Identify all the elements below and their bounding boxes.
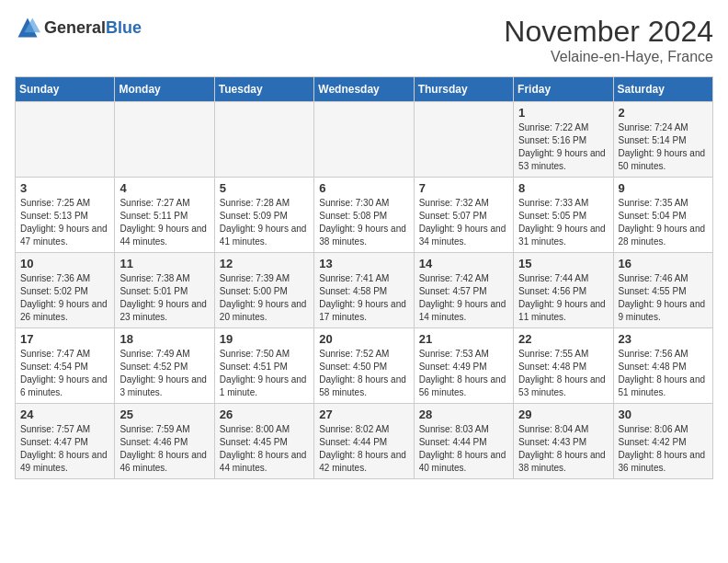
calendar-cell: 23Sunrise: 7:56 AM Sunset: 4:48 PM Dayli… (613, 328, 712, 404)
calendar-cell: 1Sunrise: 7:22 AM Sunset: 5:16 PM Daylig… (514, 102, 613, 178)
day-number: 6 (319, 181, 408, 195)
day-detail: Sunrise: 7:59 AM Sunset: 4:46 PM Dayligh… (119, 423, 209, 475)
day-number: 20 (319, 332, 408, 346)
day-detail: Sunrise: 7:38 AM Sunset: 5:01 PM Dayligh… (119, 272, 209, 324)
weekday-header: Sunday (16, 77, 115, 102)
day-detail: Sunrise: 8:04 AM Sunset: 4:43 PM Dayligh… (518, 423, 608, 475)
day-number: 5 (220, 181, 309, 195)
calendar-table: SundayMondayTuesdayWednesdayThursdayFrid… (15, 76, 713, 479)
day-number: 1 (518, 106, 608, 120)
calendar-cell: 13Sunrise: 7:41 AM Sunset: 4:58 PM Dayli… (314, 253, 414, 328)
calendar-cell: 15Sunrise: 7:44 AM Sunset: 4:56 PM Dayli… (514, 253, 613, 328)
day-number: 26 (220, 408, 309, 421)
calendar-cell: 26Sunrise: 8:00 AM Sunset: 4:45 PM Dayli… (214, 404, 313, 479)
logo-text-blue: Blue (106, 18, 142, 37)
calendar-cell: 16Sunrise: 7:46 AM Sunset: 4:55 PM Dayli… (613, 253, 712, 328)
calendar-cell: 22Sunrise: 7:55 AM Sunset: 4:48 PM Dayli… (514, 328, 613, 404)
day-detail: Sunrise: 7:50 AM Sunset: 4:51 PM Dayligh… (220, 348, 309, 399)
day-number: 28 (419, 408, 508, 421)
day-number: 30 (619, 408, 708, 421)
calendar-cell: 3Sunrise: 7:25 AM Sunset: 5:13 PM Daylig… (16, 178, 115, 253)
day-detail: Sunrise: 7:22 AM Sunset: 5:16 PM Dayligh… (518, 121, 608, 173)
logo-text-general: General (44, 18, 106, 37)
calendar-cell: 6Sunrise: 7:30 AM Sunset: 5:08 PM Daylig… (314, 178, 414, 253)
calendar-cell: 10Sunrise: 7:36 AM Sunset: 5:02 PM Dayli… (16, 253, 115, 328)
day-detail: Sunrise: 8:03 AM Sunset: 4:44 PM Dayligh… (419, 423, 508, 475)
day-number: 17 (20, 332, 109, 346)
day-detail: Sunrise: 7:30 AM Sunset: 5:08 PM Dayligh… (319, 197, 408, 248)
calendar-cell: 21Sunrise: 7:53 AM Sunset: 4:49 PM Dayli… (414, 328, 513, 404)
calendar-cell: 28Sunrise: 8:03 AM Sunset: 4:44 PM Dayli… (414, 404, 513, 479)
day-number: 22 (518, 332, 608, 346)
day-number: 15 (518, 257, 608, 270)
day-number: 25 (119, 408, 209, 421)
day-detail: Sunrise: 7:47 AM Sunset: 4:54 PM Dayligh… (20, 348, 109, 399)
calendar-cell: 27Sunrise: 8:02 AM Sunset: 4:44 PM Dayli… (314, 404, 414, 479)
calendar-cell: 24Sunrise: 7:57 AM Sunset: 4:47 PM Dayli… (16, 404, 115, 479)
logo-icon (15, 15, 40, 40)
day-detail: Sunrise: 7:35 AM Sunset: 5:04 PM Dayligh… (619, 197, 708, 248)
day-number: 2 (619, 106, 708, 120)
day-detail: Sunrise: 7:52 AM Sunset: 4:50 PM Dayligh… (319, 348, 408, 399)
calendar-cell: 25Sunrise: 7:59 AM Sunset: 4:46 PM Dayli… (115, 404, 214, 479)
calendar-cell: 30Sunrise: 8:06 AM Sunset: 4:42 PM Dayli… (613, 404, 712, 479)
calendar-cell: 8Sunrise: 7:33 AM Sunset: 5:05 PM Daylig… (514, 178, 613, 253)
day-number: 8 (518, 181, 608, 195)
month-title: November 2024 (504, 15, 713, 49)
calendar-cell: 11Sunrise: 7:38 AM Sunset: 5:01 PM Dayli… (115, 253, 214, 328)
day-number: 13 (319, 257, 408, 270)
calendar-cell (214, 102, 313, 178)
weekday-header: Saturday (613, 77, 712, 102)
day-detail: Sunrise: 7:36 AM Sunset: 5:02 PM Dayligh… (20, 272, 109, 324)
day-number: 7 (419, 181, 508, 195)
day-detail: Sunrise: 7:49 AM Sunset: 4:52 PM Dayligh… (119, 348, 209, 399)
calendar-cell (115, 102, 214, 178)
day-detail: Sunrise: 7:57 AM Sunset: 4:47 PM Dayligh… (20, 423, 109, 475)
day-number: 14 (419, 257, 508, 270)
day-detail: Sunrise: 7:32 AM Sunset: 5:07 PM Dayligh… (419, 197, 508, 248)
day-detail: Sunrise: 7:53 AM Sunset: 4:49 PM Dayligh… (419, 348, 508, 399)
day-number: 11 (119, 257, 209, 270)
calendar-cell: 7Sunrise: 7:32 AM Sunset: 5:07 PM Daylig… (414, 178, 513, 253)
calendar-cell (314, 102, 414, 178)
weekday-header: Tuesday (214, 77, 313, 102)
weekday-header: Monday (115, 77, 214, 102)
day-number: 16 (619, 257, 708, 270)
page-header: GeneralBlue November 2024 Velaine-en-Hay… (15, 15, 713, 65)
calendar-cell: 17Sunrise: 7:47 AM Sunset: 4:54 PM Dayli… (16, 328, 115, 404)
day-detail: Sunrise: 7:28 AM Sunset: 5:09 PM Dayligh… (220, 197, 309, 248)
day-detail: Sunrise: 7:56 AM Sunset: 4:48 PM Dayligh… (619, 348, 708, 399)
day-detail: Sunrise: 7:41 AM Sunset: 4:58 PM Dayligh… (319, 272, 408, 324)
day-number: 4 (119, 181, 209, 195)
calendar-cell: 9Sunrise: 7:35 AM Sunset: 5:04 PM Daylig… (613, 178, 712, 253)
day-detail: Sunrise: 7:27 AM Sunset: 5:11 PM Dayligh… (119, 197, 209, 248)
weekday-header: Friday (514, 77, 613, 102)
day-detail: Sunrise: 7:46 AM Sunset: 4:55 PM Dayligh… (619, 272, 708, 324)
day-number: 9 (619, 181, 708, 195)
calendar-cell: 12Sunrise: 7:39 AM Sunset: 5:00 PM Dayli… (214, 253, 313, 328)
calendar-cell: 2Sunrise: 7:24 AM Sunset: 5:14 PM Daylig… (613, 102, 712, 178)
day-number: 18 (119, 332, 209, 346)
weekday-header: Wednesday (314, 77, 414, 102)
day-detail: Sunrise: 7:25 AM Sunset: 5:13 PM Dayligh… (20, 197, 109, 248)
day-number: 10 (20, 257, 109, 270)
calendar-cell (414, 102, 513, 178)
day-detail: Sunrise: 7:39 AM Sunset: 5:00 PM Dayligh… (220, 272, 309, 324)
day-number: 24 (20, 408, 109, 421)
day-detail: Sunrise: 7:55 AM Sunset: 4:48 PM Dayligh… (518, 348, 608, 399)
calendar-cell: 29Sunrise: 8:04 AM Sunset: 4:43 PM Dayli… (514, 404, 613, 479)
day-number: 27 (319, 408, 408, 421)
day-number: 12 (220, 257, 309, 270)
day-detail: Sunrise: 8:02 AM Sunset: 4:44 PM Dayligh… (319, 423, 408, 475)
calendar-cell: 20Sunrise: 7:52 AM Sunset: 4:50 PM Dayli… (314, 328, 414, 404)
title-area: November 2024 Velaine-en-Haye, France (504, 15, 713, 65)
logo: GeneralBlue (15, 15, 142, 40)
calendar-cell (16, 102, 115, 178)
day-detail: Sunrise: 7:24 AM Sunset: 5:14 PM Dayligh… (619, 121, 708, 173)
day-detail: Sunrise: 7:33 AM Sunset: 5:05 PM Dayligh… (518, 197, 608, 248)
calendar-cell: 4Sunrise: 7:27 AM Sunset: 5:11 PM Daylig… (115, 178, 214, 253)
day-number: 21 (419, 332, 508, 346)
day-detail: Sunrise: 8:06 AM Sunset: 4:42 PM Dayligh… (619, 423, 708, 475)
calendar-cell: 19Sunrise: 7:50 AM Sunset: 4:51 PM Dayli… (214, 328, 313, 404)
calendar-cell: 5Sunrise: 7:28 AM Sunset: 5:09 PM Daylig… (214, 178, 313, 253)
